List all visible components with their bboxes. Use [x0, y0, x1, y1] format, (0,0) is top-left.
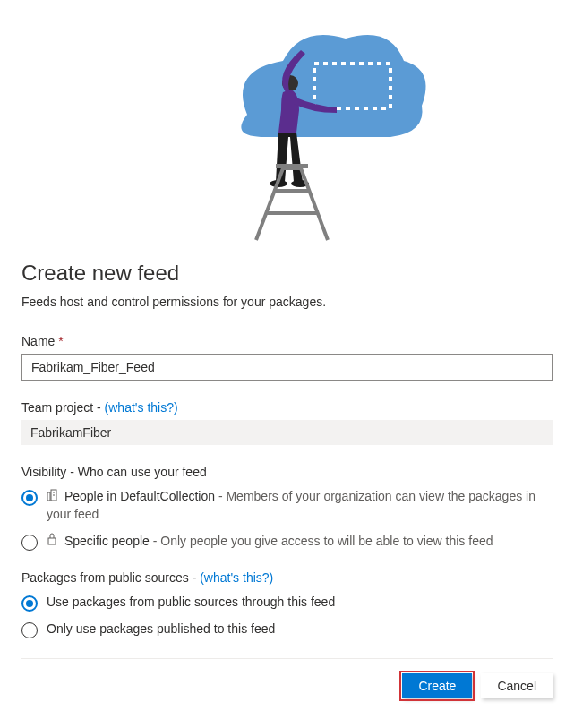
radio-button[interactable] — [21, 535, 38, 551]
packages-option-own[interactable]: Only use packages published to this feed — [21, 621, 553, 638]
required-marker: * — [58, 334, 63, 348]
packages-section-label: Packages from public sources - (what's t… — [21, 570, 553, 585]
page-title: Create new feed — [21, 261, 553, 286]
name-field-group: Name * — [21, 334, 553, 381]
visibility-option-specific[interactable]: Specific people - Only people you give a… — [21, 533, 553, 551]
packages-label-text: Packages from public sources - — [21, 570, 196, 585]
visibility-option-0-label: People in DefaultCollection — [64, 489, 215, 503]
packages-option-public[interactable]: Use packages from public sources through… — [21, 594, 553, 612]
svg-rect-4 — [48, 538, 56, 544]
lock-icon — [47, 533, 57, 551]
cancel-button[interactable]: Cancel — [481, 673, 553, 698]
ladder-top — [276, 164, 308, 168]
visibility-group: Visibility - Who can use your feed Peopl… — [21, 465, 553, 551]
packages-option-0-label: Use packages from public sources through… — [47, 594, 553, 612]
radio-button[interactable] — [21, 595, 38, 612]
visibility-option-collection[interactable]: People in DefaultCollection - Members of… — [21, 488, 553, 524]
divider — [21, 658, 553, 659]
visibility-option-1-label: Specific people — [64, 534, 150, 548]
radio-label-wrapper: Specific people - Only people you give a… — [47, 533, 553, 551]
team-project-help-link[interactable]: (what's this?) — [105, 400, 178, 415]
visibility-section-label: Visibility - Who can use your feed — [21, 465, 553, 479]
create-button[interactable]: Create — [402, 673, 472, 698]
organization-icon — [47, 489, 57, 507]
team-project-label: Team project - (what's this?) — [21, 400, 553, 415]
svg-rect-0 — [47, 492, 50, 501]
radio-label-wrapper: People in DefaultCollection - Members of… — [47, 488, 553, 524]
packages-help-link[interactable]: (what's this?) — [200, 570, 273, 585]
team-project-group: Team project - (what's this?) FabrikamFi… — [21, 400, 553, 445]
visibility-option-1-desc: Only people you give access to will be a… — [160, 534, 493, 548]
name-label: Name * — [21, 334, 553, 348]
visibility-option-1-sep: - — [150, 534, 160, 548]
button-row: Create Cancel — [21, 673, 553, 698]
name-label-text: Name — [21, 334, 55, 348]
team-project-value: FabrikamFiber — [21, 420, 553, 445]
page-subtitle: Feeds host and control permissions for y… — [21, 295, 553, 309]
illustration — [21, 0, 553, 261]
radio-button[interactable] — [21, 490, 38, 506]
radio-button[interactable] — [21, 622, 38, 638]
team-project-label-text: Team project - — [21, 400, 101, 415]
visibility-option-0-sep: - — [215, 489, 226, 503]
packages-group: Packages from public sources - (what's t… — [21, 570, 553, 638]
packages-option-1-label: Only use packages published to this feed — [47, 621, 553, 638]
cloud-icon — [241, 35, 425, 137]
ladder-rails — [256, 168, 328, 240]
name-input[interactable] — [21, 354, 553, 381]
